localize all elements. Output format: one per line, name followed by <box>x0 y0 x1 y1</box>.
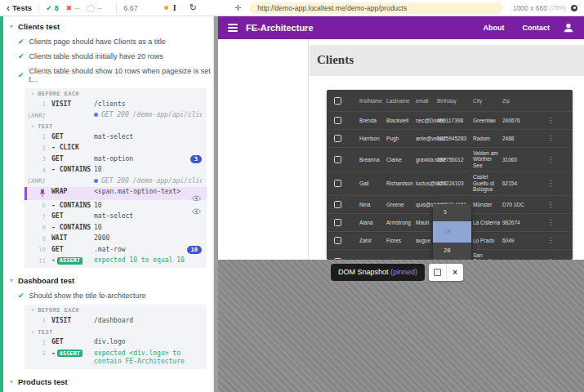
table-row[interactable]: Brenda Blackwell nec@Donec 459117398 Gre… <box>327 111 573 129</box>
nav-contact[interactable]: Contact <box>523 24 551 32</box>
caret-down-icon: ▾ <box>31 91 34 97</box>
row-menu-icon[interactable]: ⋮ <box>528 117 573 124</box>
dropdown-option[interactable]: 20 <box>433 243 471 260</box>
settings-icon[interactable] <box>571 5 577 11</box>
pending-circle-icon: ◯ <box>87 4 95 12</box>
command-row[interactable]: 1 VISIT /clients <box>25 99 207 110</box>
table-row[interactable]: Breanna Clarke gravida.mole 287756012 Ve… <box>327 147 573 171</box>
select-all-checkbox[interactable] <box>334 97 341 105</box>
command-log: ▾ BEFORE EACH 1 VISIT /dashboard ▾ TEST … <box>25 305 207 369</box>
suite-products-test[interactable]: ▾ Products test <box>3 374 213 390</box>
caret-down-icon: ▾ <box>31 329 34 336</box>
xhr-dot-icon <box>94 179 98 183</box>
hook-before-each[interactable]: ▾ BEFORE EACH <box>25 305 207 315</box>
test-result[interactable]: ✔ Should show the title fe-architecture <box>3 288 213 303</box>
row-menu-icon[interactable]: ⋮ <box>528 237 573 244</box>
row-checkbox[interactable] <box>334 117 341 124</box>
dropdown-option-pinned-highlight[interactable]: 10 <box>433 221 471 243</box>
command-row[interactable]: 10 GET .mat-row 10 <box>25 244 207 256</box>
table-header-row: firstName Lastname email Birthday City Z… <box>327 90 573 111</box>
check-icon: ✔ <box>46 4 52 12</box>
back-label: Tests <box>12 3 32 12</box>
pinned-label: (pinned) <box>390 268 417 276</box>
row-menu-icon[interactable]: ⋮ <box>528 156 573 163</box>
command-row[interactable]: 8 - CONTAINS 10 <box>25 222 207 234</box>
suite-clients-test[interactable]: ▾ Clients test <box>3 19 213 34</box>
xhr-command-row[interactable]: (XHR) GET 200 /demo-app/api/client-serv… <box>25 110 207 122</box>
check-icon: ✔ <box>18 71 25 79</box>
app-brand: FE-Architecture <box>246 23 466 33</box>
command-row[interactable]: 9 WAIT 2000 <box>25 234 207 245</box>
dropdown-option[interactable]: 5 <box>433 204 471 221</box>
table-row[interactable]: Gail Richardson luctus@luctu 627224103 C… <box>327 171 573 194</box>
row-menu-icon[interactable]: ⋮ <box>528 258 573 260</box>
test-reporter-panel[interactable]: ▾ Clients test ✔ Clients page should hav… <box>0 16 214 392</box>
refresh-icon[interactable]: ↻ <box>189 2 197 13</box>
pinned-command-row[interactable]: WRAP <span.mat-option-text> <box>25 187 207 201</box>
test-result[interactable]: ✔ Clients table should show 10 rows when… <box>3 64 213 87</box>
cross-icon: ✖ <box>66 4 73 12</box>
row-menu-icon[interactable]: ⋮ <box>528 135 573 142</box>
run-duration: 6.67 <box>123 4 138 12</box>
hook-test[interactable]: ▾ TEST <box>25 121 207 131</box>
row-checkbox[interactable] <box>334 201 341 208</box>
table-row[interactable]: Harrison Pugh ante@velarc 1325945283 Rad… <box>327 129 573 147</box>
row-menu-icon[interactable]: ⋮ <box>528 180 573 187</box>
assert-badge: ASSERT <box>57 257 82 265</box>
unpin-snapshot-button[interactable]: × <box>446 264 463 281</box>
command-row[interactable]: 1 VISIT /dashboard <box>25 315 207 327</box>
command-row[interactable]: 1 GET div.logo <box>25 337 207 349</box>
dom-snapshot: Clients firstName Lastname email Birthda… <box>218 39 584 260</box>
runner-toolbar: ‹ Tests ✔ 8 ✖ -- ◯ -- 6.67 I ↻ ✛ http://… <box>0 0 584 16</box>
row-checkbox[interactable] <box>334 258 341 260</box>
row-checkbox[interactable] <box>334 237 341 244</box>
command-row[interactable]: 2 - CLICK <box>25 143 207 154</box>
pin-icon <box>25 188 46 199</box>
command-row[interactable]: 7 GET mat-select <box>25 212 207 223</box>
close-icon: × <box>452 269 457 277</box>
row-menu-icon[interactable]: ⋮ <box>528 219 573 226</box>
page-header-band: Clients <box>310 45 584 76</box>
nav-about[interactable]: About <box>484 24 505 32</box>
back-to-tests-button[interactable]: ‹ Tests <box>7 3 32 12</box>
test-result[interactable]: ✔ Clients page should have Clients as a … <box>3 34 213 49</box>
selector-playground-icon[interactable]: ✛ <box>234 3 241 12</box>
command-row[interactable]: 6 - CONTAINS 10 <box>25 200 207 212</box>
pending-stat: ◯ -- <box>87 4 102 12</box>
failed-stat: ✖ -- <box>66 4 80 12</box>
command-row[interactable]: 4 - CONTAINS 10 <box>25 165 207 176</box>
check-icon: ✔ <box>18 38 25 46</box>
url-bar[interactable]: http://demo-app.localtest.me/demo-app/pr… <box>249 2 503 14</box>
row-checkbox[interactable] <box>334 135 341 142</box>
row-menu-icon[interactable]: ⋮ <box>528 201 573 208</box>
pagesize-dropdown: 5 10 20 <box>433 204 471 260</box>
app-toolbar: FE-Architecture About Contact <box>218 16 584 39</box>
command-row[interactable]: 3 GET mat-option 3 <box>25 154 207 165</box>
user-icon[interactable] <box>563 22 574 33</box>
caret-down-icon: ▾ <box>10 378 13 385</box>
snapshot-tooltip: DOM Snapshot (pinned) × <box>331 264 463 281</box>
element-count-badge: 10 <box>187 246 202 254</box>
command-row[interactable]: 1 GET mat-select <box>25 131 207 143</box>
viewport-zoom: (75%) <box>550 4 566 11</box>
pending-count: -- <box>97 4 102 12</box>
row-checkbox[interactable] <box>334 180 341 187</box>
text-cursor-icon: I <box>173 3 176 12</box>
chevron-left-icon: ‹ <box>7 4 10 12</box>
caret-down-icon: ▾ <box>10 23 13 30</box>
check-icon: ✔ <box>18 292 25 300</box>
snapshot-highlight-toggle-button[interactable] <box>429 264 446 281</box>
row-checkbox[interactable] <box>334 219 341 226</box>
hook-test[interactable]: ▾ TEST <box>25 327 207 337</box>
assert-command-row[interactable]: 11 -ASSERT expected 10 to equal 10 <box>25 256 207 267</box>
failed-count: -- <box>74 4 79 12</box>
toolbar-divider <box>38 3 39 13</box>
row-checkbox[interactable] <box>334 156 341 163</box>
suite-dashboard-test[interactable]: ▾ Dashboard test <box>3 273 213 288</box>
check-icon: ✔ <box>18 52 25 60</box>
hook-before-each[interactable]: ▾ BEFORE EACH <box>25 88 207 99</box>
menu-icon[interactable] <box>228 24 238 32</box>
xhr-command-row[interactable]: (XHR) GET 200 /demo-app/api/client-serv… <box>25 176 207 187</box>
assert-command-row[interactable]: 2 -ASSERT expected <div.logo> to contain… <box>25 348 207 368</box>
test-result[interactable]: ✔ Clients table should initially have 20… <box>3 49 213 64</box>
